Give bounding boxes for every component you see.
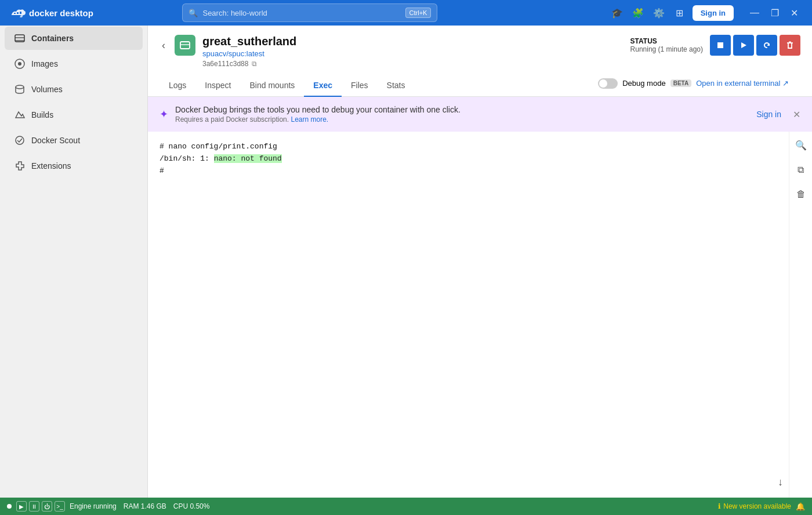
sidebar-item-label: Builds: [31, 110, 53, 119]
search-shortcut-badge: Ctrl+K: [405, 8, 432, 18]
restart-button[interactable]: [756, 35, 777, 56]
debug-mode-toggle[interactable]: [598, 78, 618, 89]
stop-button[interactable]: [710, 35, 731, 56]
terminal-ctrl[interactable]: >_: [55, 501, 65, 512]
search-terminal-button[interactable]: 🔍: [793, 137, 809, 153]
svg-rect-2: [20, 12, 21, 14]
sidebar-item-label: Volumes: [31, 85, 63, 94]
open-external-link[interactable]: Open in external terminal ↗: [696, 79, 789, 88]
svg-marker-13: [741, 42, 746, 48]
beta-badge: BETA: [670, 79, 691, 87]
tab-files[interactable]: Files: [342, 75, 378, 97]
action-buttons: [710, 35, 800, 56]
search-bar[interactable]: 🔍 Search: hello-world Ctrl+K: [182, 3, 437, 22]
container-id: 3a6e111c3d88 ⧉: [202, 60, 624, 68]
window-controls: — ❐ ✕: [745, 5, 803, 21]
sidebar-item-images[interactable]: Images: [5, 52, 143, 75]
debug-banner-subtitle: Requires a paid Docker subscription. Lea…: [175, 115, 749, 124]
debug-sparkle-icon: ✦: [160, 108, 168, 121]
settings-icon[interactable]: ⚙️: [651, 5, 667, 21]
tab-logs[interactable]: Logs: [160, 75, 195, 97]
sidebar-item-extensions[interactable]: Extensions: [5, 154, 143, 177]
svg-rect-12: [717, 42, 723, 48]
status-section: STATUS Running (1 minute ago): [630, 35, 800, 56]
tab-exec[interactable]: Exec: [304, 75, 342, 97]
tab-stats[interactable]: Stats: [378, 75, 415, 97]
container-name: great_sutherland: [202, 35, 624, 48]
search-text: Search: hello-world: [202, 9, 267, 17]
statusbar-controls: ▶ ⏸ ⏻ >_: [16, 501, 65, 512]
status-info: STATUS Running (1 minute ago): [630, 37, 703, 53]
close-button[interactable]: ✕: [786, 5, 803, 21]
titlebar-actions: 🎓 🧩 ⚙️ ⊞ Sign in: [609, 5, 734, 21]
engine-label: Engine running: [70, 502, 117, 510]
sidebar-item-label: Images: [31, 59, 58, 68]
sidebar-item-docker-scout[interactable]: Docker Scout: [5, 129, 143, 152]
titlebar: docker desktop 🔍 Search: hello-world Ctr…: [0, 0, 812, 26]
search-icon: 🔍: [188, 9, 198, 17]
svg-rect-1: [17, 12, 19, 14]
sidebar-item-containers[interactable]: Containers: [5, 27, 143, 50]
terminal[interactable]: # nano config/print.config /bin/sh: 1: n…: [148, 132, 789, 498]
statusbar-right: ℹ New version available 🔔: [718, 502, 805, 511]
scroll-bottom-button[interactable]: ↓: [778, 476, 783, 488]
sidebar-item-label: Containers: [31, 34, 74, 43]
cpu-usage: CPU 0.50%: [173, 502, 210, 510]
svg-rect-10: [180, 42, 190, 49]
container-icon: [175, 35, 195, 56]
svg-point-9: [16, 136, 24, 144]
terminal-line-1: # nano config/print.config: [160, 141, 777, 153]
toggle-knob: [599, 79, 607, 88]
back-button[interactable]: ‹: [160, 37, 168, 54]
pause-ctrl[interactable]: ⏸: [29, 501, 39, 512]
learning-icon[interactable]: 🎓: [609, 5, 625, 21]
clear-terminal-button[interactable]: 🗑: [794, 187, 808, 202]
bell-icon[interactable]: 🔔: [796, 502, 805, 511]
container-header: ‹ great_sutherland spuacv/spuc:latest 3a…: [148, 26, 812, 97]
debug-banner-close-button[interactable]: ✕: [793, 109, 800, 120]
sidebar-item-builds[interactable]: Builds: [5, 103, 143, 126]
delete-button[interactable]: [780, 35, 800, 56]
main-content: ‹ great_sutherland spuacv/spuc:latest 3a…: [148, 26, 812, 498]
tab-bind-mounts[interactable]: Bind mounts: [241, 75, 304, 97]
play-ctrl[interactable]: ▶: [16, 501, 27, 512]
new-version-notice[interactable]: ℹ New version available: [718, 502, 791, 510]
signin-button[interactable]: Sign in: [693, 5, 734, 21]
svg-point-7: [18, 62, 21, 66]
debug-signin-button[interactable]: Sign in: [756, 110, 781, 119]
minimize-button[interactable]: —: [745, 5, 764, 21]
images-icon: [14, 58, 26, 70]
power-ctrl[interactable]: ⏻: [42, 501, 52, 512]
extensions-icon[interactable]: 🧩: [630, 5, 646, 21]
sidebar-item-label: Extensions: [31, 161, 71, 171]
app-logo: docker desktop: [9, 6, 93, 19]
ram-usage: RAM 1.46 GB: [124, 502, 166, 510]
builds-icon: [14, 109, 26, 121]
terminal-line-2: /bin/sh: 1: nano: not found: [160, 153, 777, 165]
copy-terminal-button[interactable]: ⧉: [795, 162, 806, 177]
container-image-link[interactable]: spuacv/spuc:latest: [202, 49, 264, 58]
play-button[interactable]: [733, 35, 754, 56]
svg-point-8: [16, 85, 24, 89]
learn-more-link[interactable]: Learn more.: [291, 115, 328, 124]
containers-icon: [14, 32, 26, 44]
debug-banner-title: Docker Debug brings the tools you need t…: [175, 105, 749, 114]
sidebar: Containers Images Volumes: [0, 26, 148, 498]
tab-inspect[interactable]: Inspect: [195, 75, 240, 97]
svg-rect-0: [14, 13, 16, 14]
app-body: Containers Images Volumes: [0, 26, 812, 498]
extensions-sidebar-icon: [14, 160, 26, 172]
terminal-line-3: #: [160, 165, 777, 177]
copy-id-button[interactable]: ⧉: [252, 60, 257, 68]
maximize-button[interactable]: ❐: [766, 5, 784, 21]
container-header-top: ‹ great_sutherland spuacv/spuc:latest 3a…: [160, 35, 800, 68]
statusbar-left: ▶ ⏸ ⏻ >_ Engine running: [7, 501, 117, 512]
sidebar-item-volumes[interactable]: Volumes: [5, 78, 143, 101]
volumes-icon: [14, 84, 26, 95]
engine-status-dot: [7, 504, 12, 509]
exec-area: ✦ Docker Debug brings the tools you need…: [148, 97, 812, 498]
grid-icon[interactable]: ⊞: [672, 5, 688, 21]
whale-icon: [9, 6, 26, 19]
terminal-wrapper: # nano config/print.config /bin/sh: 1: n…: [148, 132, 812, 498]
info-icon: ℹ: [718, 502, 721, 510]
